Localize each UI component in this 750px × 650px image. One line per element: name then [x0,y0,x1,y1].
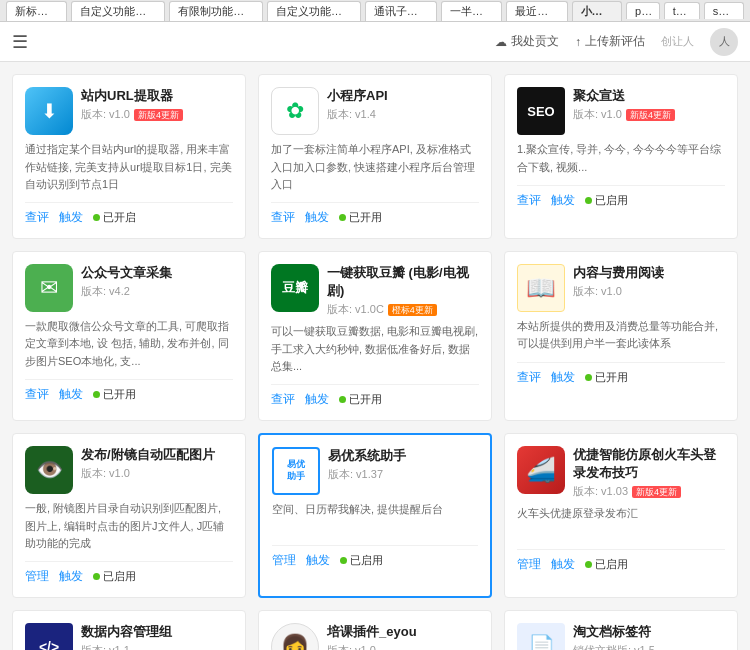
card-actions: 查评 触发 已启用 [517,185,725,209]
card-title-area: 内容与费用阅读 版本: v1.0 [573,264,725,299]
card-title: 优捷智能仿原创火车头登录发布技巧 [573,446,725,482]
status-enabled: 已开用 [585,370,628,385]
card-version: 版本: v1.0 [327,643,479,650]
card-icon: 👩 [271,623,319,650]
card-version: 版本: v1.03新版4更新 [573,484,725,499]
tab-9[interactable]: tmb [664,2,700,19]
app-header: ☰ ☁ 我处贡文 ↑ 上传新评估 创让人 人 [0,22,750,62]
card-actions: 管理 触发 已启用 [517,549,725,573]
action-link[interactable]: 触发 [551,369,575,386]
action-link[interactable]: 查评 [271,391,295,408]
action-link[interactable]: 触发 [59,209,83,226]
action-link[interactable]: 查评 [25,209,49,226]
tab-4[interactable]: 通讯子平台 [365,1,437,21]
tab-3[interactable]: 自定义功能大全 [267,1,361,21]
card-desc: 本站所提供的费用及消费总量等功能合并, 可以提供到用户半一套此读体系 [517,318,725,354]
card-header: 👩 培课插件_eyou 版本: v1.0 [271,623,479,650]
tab-2[interactable]: 有限制功能大全 [169,1,263,21]
header-right: ☁ 我处贡文 ↑ 上传新评估 创让人 人 [495,28,738,56]
card-version: 版本: v1.0 [81,466,233,481]
tab-6[interactable]: 最近重播 [506,1,567,21]
card-actions: 查评 触发 已开用 [271,384,479,408]
version-badge: 新版4更新 [626,109,675,121]
plugin-card-5: 豆瓣 一键获取豆瓣 (电影/电视剧) 版本: v1.0C橙标4更新 可以一键获取… [258,251,492,421]
card-icon: ✉ [25,264,73,312]
action-link[interactable]: 查评 [517,369,541,386]
card-icon: 🚄 [517,446,565,494]
card-version: 版本: v1.0新版4更新 [81,107,233,122]
status-enabled: 已启用 [93,569,136,584]
avatar[interactable]: 人 [710,28,738,56]
card-header: 🚄 优捷智能仿原创火车头登录发布技巧 版本: v1.03新版4更新 [517,446,725,499]
tab-8[interactable]: pro [626,2,660,19]
browser-toolbar: 新标签页 自定义功能大全 有限制功能大全 自定义功能大全 通讯子平台 一半上报 … [0,0,750,22]
card-header: SEO 聚众宣送 版本: v1.0新版4更新 [517,87,725,135]
card-desc: 加了一套标注简单小程序API, 及标准格式入口加入口参数, 快速搭建小程序后台管… [271,141,479,194]
avatar-text: 人 [719,34,730,49]
tab-1[interactable]: 自定义功能大全 [71,1,165,21]
card-title: 培课插件_eyou [327,623,479,641]
card-title-area: 发布/附镜自动匹配图片 版本: v1.0 [81,446,233,481]
action-link[interactable]: 查评 [517,192,541,209]
card-header: 豆瓣 一键获取豆瓣 (电影/电视剧) 版本: v1.0C橙标4更新 [271,264,479,317]
action-link[interactable]: 触发 [305,391,329,408]
action-link[interactable]: 触发 [551,192,575,209]
card-actions: 查评 触发 已开启 [25,202,233,226]
tab-5[interactable]: 一半上报 [441,1,502,21]
card-version: 销优文档版: v1.5 [573,643,725,650]
card-actions: 查评 触发 已开用 [271,202,479,226]
tab-7[interactable]: 小程序 [572,1,622,21]
card-desc: 通过指定某个目站内url的提取器, 用来丰富作站链接, 完美支持从url提取目标… [25,141,233,194]
action-link[interactable]: 管理 [517,556,541,573]
action-link[interactable]: 触发 [551,556,575,573]
plugin-card-8: 易优助手 易优系统助手 版本: v1.37 空间、日历帮我解决, 提供提醒后台 … [258,433,492,598]
tab-0[interactable]: 新标签页 [6,1,67,21]
action-link[interactable]: 查评 [271,209,295,226]
card-icon: ⬇ [25,87,73,135]
action-link[interactable]: 触发 [59,568,83,585]
main-content: ⬇ 站内URL提取器 版本: v1.0新版4更新 通过指定某个目站内url的提取… [0,62,750,650]
card-version: 版本: v1.0 [573,284,725,299]
cloud-label: 我处贡文 [511,33,559,50]
card-actions: 查评 触发 已开用 [517,362,725,386]
cloud-btn[interactable]: ☁ 我处贡文 [495,33,559,50]
plugin-card-10: </> 数据内容管理组 版本: v1.1 合计十数组数据使实验采集了下7则的终本… [12,610,246,650]
version-badge: 新版4更新 [632,486,681,498]
card-version: 版本: v1.0新版4更新 [573,107,725,122]
action-link[interactable]: 查评 [25,386,49,403]
card-version: 版本: v1.1 [81,643,233,650]
card-title: 公众号文章采集 [81,264,233,282]
cloud-icon: ☁ [495,35,507,49]
action-link[interactable]: 触发 [305,209,329,226]
plugin-card-7: 👁️ 发布/附镜自动匹配图片 版本: v1.0 一般, 附镜图片目录自动识别到匹… [12,433,246,598]
card-title: 淘文档标签符 [573,623,725,641]
card-title: 小程序API [327,87,479,105]
creator-label: 创让人 [661,34,694,49]
action-link[interactable]: 触发 [306,552,330,569]
plugin-card-11: 👩 培课插件_eyou 版本: v1.0 我我我小人组有居有 查评 触发 已用 [258,610,492,650]
action-link[interactable]: 管理 [25,568,49,585]
upload-btn[interactable]: ↑ 上传新评估 [575,33,645,50]
tab-10[interactable]: shell [704,2,744,19]
card-icon: 📄 [517,623,565,650]
status-enabled: 已启用 [585,193,628,208]
card-title-area: 一键获取豆瓣 (电影/电视剧) 版本: v1.0C橙标4更新 [327,264,479,317]
card-header: 📖 内容与费用阅读 版本: v1.0 [517,264,725,312]
card-header: 👁️ 发布/附镜自动匹配图片 版本: v1.0 [25,446,233,494]
hamburger-icon[interactable]: ☰ [12,31,28,53]
card-header: ✿ 小程序API 版本: v1.4 [271,87,479,135]
card-header: 📄 淘文档标签符 销优文档版: v1.5 [517,623,725,650]
card-desc: 一般, 附镜图片目录自动识别到匹配图片, 图片上, 编辑时点击的图片J文件人, … [25,500,233,553]
card-title-area: 小程序API 版本: v1.4 [327,87,479,122]
status-enabled: 已开用 [93,387,136,402]
action-link[interactable]: 管理 [272,552,296,569]
upload-icon: ↑ [575,35,581,49]
status-enabled: 已启用 [340,553,383,568]
card-icon: 豆瓣 [271,264,319,312]
action-link[interactable]: 触发 [59,386,83,403]
version-badge: 新版4更新 [134,109,183,121]
card-header: </> 数据内容管理组 版本: v1.1 [25,623,233,650]
header-left: ☰ [12,31,28,53]
card-title-area: 公众号文章采集 版本: v4.2 [81,264,233,299]
plugin-card-9: 🚄 优捷智能仿原创火车头登录发布技巧 版本: v1.03新版4更新 火车头优捷原… [504,433,738,598]
